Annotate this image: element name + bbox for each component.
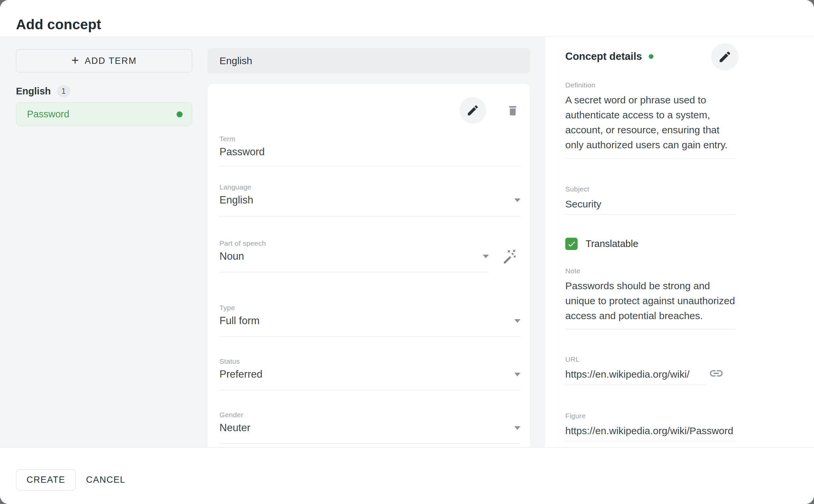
field-definition: Definition A secret word or phrase used … [565, 81, 736, 159]
field-status-underline [219, 390, 520, 390]
concept-details-panel: Concept details Definition A secret word… [545, 37, 814, 447]
chevron-down-icon[interactable] [483, 255, 489, 258]
field-gender: Gender Neuter [219, 411, 520, 419]
language-group-name: English [16, 86, 51, 97]
chevron-down-icon[interactable] [514, 319, 520, 323]
field-language-label: Language [219, 183, 520, 191]
field-type-label: Type [219, 304, 520, 312]
field-part-of-speech-label: Part of speech [219, 239, 489, 247]
field-url-value[interactable]: https://en.wikipedia.org/wiki/ [565, 367, 707, 382]
field-language-underline [219, 216, 520, 216]
term-list-item-password[interactable]: Password [16, 102, 192, 126]
field-note-underline [565, 329, 736, 329]
open-link-button[interactable] [706, 363, 726, 383]
field-part-of-speech-value[interactable]: Noun [219, 250, 244, 262]
field-part-of-speech: Part of speech Noun [219, 239, 489, 247]
field-note: Note Passwords should be strong and uniq… [565, 267, 736, 329]
translatable-checkbox[interactable] [565, 238, 578, 250]
field-term: Term Password [219, 135, 520, 143]
edit-term-button[interactable] [460, 97, 486, 124]
field-definition-value[interactable]: A secret word or phrase used to authenti… [565, 92, 736, 152]
pencil-icon [718, 50, 732, 64]
field-note-value[interactable]: Passwords should be strong and unique to… [565, 278, 736, 323]
add-term-label: ADD TERM [85, 56, 137, 66]
field-gender-underline [219, 443, 520, 444]
field-subject-underline [565, 214, 736, 215]
field-term-underline [219, 166, 520, 166]
field-figure-value[interactable]: https://en.wikipedia.org/wiki/Password [565, 423, 736, 438]
trash-icon [506, 104, 519, 117]
field-part-of-speech-underline [219, 272, 489, 272]
plus-icon: + [71, 54, 79, 66]
dialog-header: Add concept [0, 0, 814, 37]
field-type-underline [219, 336, 520, 337]
link-icon [709, 366, 724, 381]
pencil-icon [466, 104, 479, 117]
field-subject-label: Subject [565, 185, 736, 193]
delete-term-button[interactable] [499, 97, 526, 124]
field-status-value[interactable]: Preferred [219, 368, 262, 380]
field-term-label: Term [219, 135, 520, 143]
language-group-header: English 1 [16, 85, 70, 97]
concept-details-title: Concept details [565, 51, 642, 63]
field-figure-label: Figure [565, 412, 736, 420]
term-editor-card: Term Password Language English Part of s… [207, 84, 530, 447]
chevron-down-icon[interactable] [514, 198, 520, 202]
field-definition-underline [565, 158, 736, 159]
field-url: URL https://en.wikipedia.org/wiki/ [565, 355, 707, 385]
term-count-badge: 1 [57, 85, 70, 97]
term-language-bar-label: English [219, 55, 252, 66]
dialog-footer: CREATE CANCEL [0, 447, 814, 504]
field-language-value[interactable]: English [219, 194, 253, 206]
field-gender-value[interactable]: Neuter [219, 422, 250, 434]
field-figure: Figure https://en.wikipedia.org/wiki/Pas… [565, 412, 736, 441]
term-status-dot-icon [177, 111, 183, 117]
field-url-label: URL [565, 355, 707, 363]
magic-wand-icon [502, 249, 519, 266]
field-type-value[interactable]: Full form [219, 315, 260, 327]
edit-concept-button[interactable] [711, 43, 739, 70]
field-figure-underline [565, 441, 736, 441]
term-language-bar: English [207, 48, 530, 73]
dialog-title: Add concept [16, 17, 101, 33]
concept-status-dot-icon [649, 54, 653, 59]
cancel-button[interactable]: CANCEL [82, 469, 129, 490]
chevron-down-icon[interactable] [514, 373, 520, 376]
field-subject-value[interactable]: Security [565, 196, 736, 211]
translatable-row: Translatable [565, 238, 638, 250]
chevron-down-icon[interactable] [514, 426, 520, 430]
field-subject: Subject Security [565, 185, 736, 215]
field-url-underline [565, 385, 707, 385]
field-note-label: Note [565, 267, 736, 275]
auto-detect-wand-button[interactable] [500, 247, 521, 268]
translatable-label: Translatable [586, 238, 638, 249]
field-status: Status Preferred [219, 357, 520, 365]
checkmark-icon [567, 239, 576, 249]
create-button[interactable]: CREATE [16, 469, 76, 490]
add-concept-dialog: Add concept + ADD TERM English 1 Passwor… [0, 0, 814, 504]
add-term-button[interactable]: + ADD TERM [16, 49, 192, 72]
field-status-label: Status [219, 357, 520, 365]
field-type: Type Full form [219, 304, 520, 312]
modal: Add concept + ADD TERM English 1 Passwor… [0, 0, 814, 504]
field-language: Language English [219, 183, 520, 191]
term-list-item-label: Password [27, 109, 69, 120]
field-gender-label: Gender [219, 411, 520, 419]
field-definition-label: Definition [565, 81, 736, 89]
field-term-value[interactable]: Password [219, 146, 265, 158]
dialog-body: + ADD TERM English 1 Password English [0, 37, 814, 447]
